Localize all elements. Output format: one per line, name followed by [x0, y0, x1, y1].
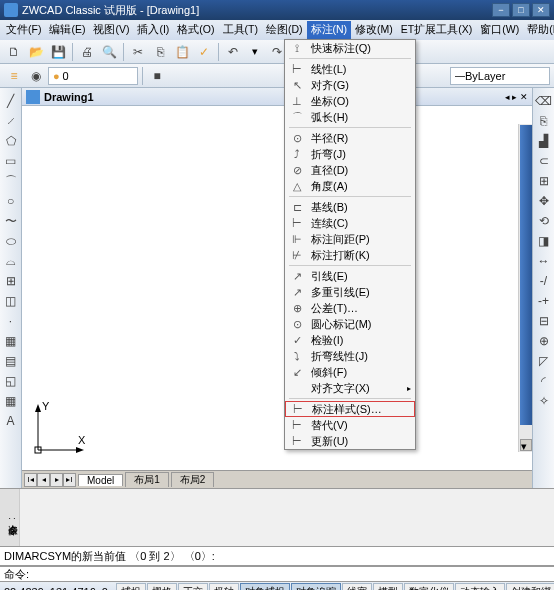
- region-icon[interactable]: ◱: [2, 372, 20, 390]
- menu-2[interactable]: 视图(V): [89, 21, 133, 39]
- menu-0[interactable]: 文件(F): [2, 21, 45, 39]
- tab-layout2[interactable]: 布局2: [171, 472, 215, 487]
- dd-item-9[interactable]: ⊏基线(B): [285, 199, 415, 215]
- copy-icon[interactable]: ⎘: [150, 42, 170, 62]
- status-btn-0[interactable]: 捕捉: [116, 583, 146, 590]
- dd-item-0[interactable]: ⟟快速标注(Q): [285, 40, 415, 56]
- point-icon[interactable]: ·: [2, 312, 20, 330]
- dd-item-1[interactable]: ⊢线性(L): [285, 61, 415, 77]
- arc-icon[interactable]: ⌒: [2, 172, 20, 190]
- array-icon[interactable]: ⊞: [535, 172, 553, 190]
- command-prompt[interactable]: 命令:: [0, 566, 554, 582]
- layer-combo[interactable]: ● 0: [48, 67, 138, 85]
- print-icon[interactable]: 🖨: [77, 42, 97, 62]
- insert-icon[interactable]: ⊞: [2, 272, 20, 290]
- circle-icon[interactable]: ○: [2, 192, 20, 210]
- tab-first-icon[interactable]: I◂: [24, 473, 37, 487]
- gradient-icon[interactable]: ▤: [2, 352, 20, 370]
- menu-8[interactable]: 修改(M): [351, 21, 397, 39]
- line-icon[interactable]: ╱: [2, 92, 20, 110]
- dd-item-15[interactable]: ⊕公差(T)…: [285, 300, 415, 316]
- dd-item-2[interactable]: ↖对齐(G): [285, 77, 415, 93]
- dd-item-22[interactable]: ⊢替代(V): [285, 417, 415, 433]
- tab-layout1[interactable]: 布局1: [125, 472, 169, 487]
- menu-4[interactable]: 格式(O): [173, 21, 218, 39]
- undo-icon[interactable]: ↶: [223, 42, 243, 62]
- dd-item-16[interactable]: ⊙圆心标记(M): [285, 316, 415, 332]
- dd-item-3[interactable]: ⊥坐标(O): [285, 93, 415, 109]
- erase-icon[interactable]: ⌫: [535, 92, 553, 110]
- dd-item-18[interactable]: ⤵折弯线性(J): [285, 348, 415, 364]
- extend-icon[interactable]: -+: [535, 292, 553, 310]
- close-button[interactable]: ✕: [532, 3, 550, 17]
- scrollbar-thumb[interactable]: [520, 125, 532, 425]
- trim-icon[interactable]: -/: [535, 272, 553, 290]
- match-icon[interactable]: ✓: [194, 42, 214, 62]
- status-btn-10[interactable]: 创建和绑: [506, 583, 554, 590]
- status-btn-4[interactable]: 对象捕捉: [240, 583, 290, 590]
- chamfer-icon[interactable]: ◸: [535, 352, 553, 370]
- open-icon[interactable]: 📂: [26, 42, 46, 62]
- menu-9[interactable]: ET扩展工具(X): [397, 21, 476, 39]
- tab-prev-icon[interactable]: ◂: [37, 473, 50, 487]
- pline-icon[interactable]: ⟋: [2, 112, 20, 130]
- scale-icon[interactable]: ◨: [535, 232, 553, 250]
- tab-last-icon[interactable]: ▸I: [63, 473, 76, 487]
- offset-icon[interactable]: ⊂: [535, 152, 553, 170]
- dd-item-6[interactable]: ⤴折弯(J): [285, 146, 415, 162]
- menu-10[interactable]: 窗口(W): [476, 21, 523, 39]
- move-icon[interactable]: ✥: [535, 192, 553, 210]
- dd-item-4[interactable]: ⌒弧长(H): [285, 109, 415, 125]
- dd-item-5[interactable]: ⊙半径(R): [285, 130, 415, 146]
- menu-11[interactable]: 帮助(H): [523, 21, 554, 39]
- color-icon[interactable]: ■: [147, 66, 167, 86]
- status-btn-3[interactable]: 极轴: [209, 583, 239, 590]
- layer-state-icon[interactable]: ◉: [26, 66, 46, 86]
- text-icon[interactable]: A: [2, 412, 20, 430]
- save-icon[interactable]: 💾: [48, 42, 68, 62]
- command-line[interactable]: DIMARCSYM的新当前值 〈0 到 2〉 〈0〉:: [0, 546, 554, 566]
- minimize-button[interactable]: −: [492, 3, 510, 17]
- menu-6[interactable]: 绘图(D): [262, 21, 307, 39]
- menu-7[interactable]: 标注(N): [307, 21, 352, 39]
- mirror-icon[interactable]: ▟: [535, 132, 553, 150]
- dd-item-23[interactable]: ⊢更新(U): [285, 433, 415, 449]
- cut-icon[interactable]: ✂: [128, 42, 148, 62]
- dd-item-17[interactable]: ✓检验(I): [285, 332, 415, 348]
- preview-icon[interactable]: 🔍: [99, 42, 119, 62]
- dd-item-19[interactable]: ↙倾斜(F): [285, 364, 415, 380]
- stretch-icon[interactable]: ↔: [535, 252, 553, 270]
- rotate-icon[interactable]: ⟲: [535, 212, 553, 230]
- status-btn-1[interactable]: 栅格: [147, 583, 177, 590]
- dd-item-14[interactable]: ↗多重引线(E): [285, 284, 415, 300]
- dd-item-10[interactable]: ⊢连续(C): [285, 215, 415, 231]
- menu-5[interactable]: 工具(T): [219, 21, 262, 39]
- fillet-icon[interactable]: ◜: [535, 372, 553, 390]
- dd-item-11[interactable]: ⊩标注间距(P): [285, 231, 415, 247]
- status-btn-7[interactable]: 模型: [373, 583, 403, 590]
- tab-model[interactable]: Model: [78, 474, 123, 486]
- tab-next-icon[interactable]: ▸: [50, 473, 63, 487]
- status-btn-2[interactable]: 正交: [178, 583, 208, 590]
- vertical-scrollbar[interactable]: ▾: [518, 124, 532, 452]
- status-btn-5[interactable]: 对象追踪: [291, 583, 341, 590]
- paste-icon[interactable]: 📋: [172, 42, 192, 62]
- polygon-icon[interactable]: ⬠: [2, 132, 20, 150]
- doc-menu-icon[interactable]: ◂ ▸ ✕: [505, 92, 528, 102]
- layer-icon[interactable]: ≡: [4, 66, 24, 86]
- ellipse-icon[interactable]: ⬭: [2, 232, 20, 250]
- explode-icon[interactable]: ✧: [535, 392, 553, 410]
- undo-dropdown-icon[interactable]: ▾: [245, 42, 265, 62]
- dd-item-20[interactable]: 对齐文字(X)▸: [285, 380, 415, 396]
- maximize-button[interactable]: □: [512, 3, 530, 17]
- bylayer-combo[interactable]: — ByLayer: [450, 67, 550, 85]
- ellipse-arc-icon[interactable]: ⌓: [2, 252, 20, 270]
- menu-3[interactable]: 插入(I): [133, 21, 173, 39]
- menu-1[interactable]: 编辑(E): [45, 21, 89, 39]
- status-btn-8[interactable]: 数字化仪: [404, 583, 454, 590]
- dd-item-13[interactable]: ↗引线(E): [285, 268, 415, 284]
- drawing-canvas[interactable]: Y X ▾: [22, 106, 532, 470]
- break-icon[interactable]: ⊟: [535, 312, 553, 330]
- rect-icon[interactable]: ▭: [2, 152, 20, 170]
- table-icon[interactable]: ▦: [2, 392, 20, 410]
